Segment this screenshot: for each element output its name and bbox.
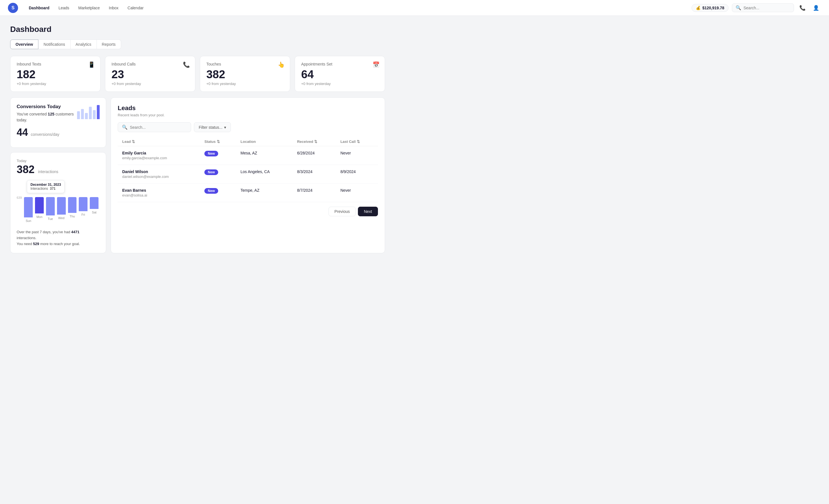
received-cell-daniel: 8/3/2024 bbox=[292, 165, 336, 183]
balance-pill: 💰 $120,919.78 bbox=[691, 4, 728, 12]
balance-icon: 💰 bbox=[696, 6, 700, 10]
leads-search-input[interactable] bbox=[130, 125, 187, 130]
pagination: Previous Next bbox=[118, 207, 378, 216]
nav-link-leads[interactable]: Leads bbox=[55, 4, 73, 12]
main-content: Dashboard Overview Notifications Analyti… bbox=[0, 16, 395, 267]
stat-value-inbound-texts: 182 bbox=[16, 69, 94, 80]
interactions-today-label: Today bbox=[16, 159, 100, 163]
search-bar[interactable]: 🔍 bbox=[732, 3, 794, 12]
conversions-customers-count: 125 bbox=[48, 112, 54, 116]
lastcall-cell-emily: Never bbox=[336, 146, 378, 165]
conversions-per-day: 44 bbox=[16, 127, 28, 138]
location-cell-emily: Mesa, AZ bbox=[236, 146, 292, 165]
leads-panel: Leads Recent leads from your pool. 🔍 Fil… bbox=[111, 98, 385, 253]
wk-label-sat: Sat bbox=[92, 211, 97, 214]
left-panel: Conversions Today You've converted 125 c… bbox=[10, 98, 106, 253]
lead-cell-evan: Evan Barnes evan@solisa.ai bbox=[118, 183, 200, 202]
col-lead: Lead ⇅ bbox=[118, 137, 200, 146]
nav-link-inbox[interactable]: Inbox bbox=[105, 4, 122, 12]
interactions-7day-total: 4471 bbox=[71, 230, 79, 234]
chart-y-labels: 639 bbox=[16, 196, 23, 224]
wk-col-thu: Thu bbox=[68, 197, 77, 225]
stat-label-inbound-texts: Inbound Texts bbox=[16, 62, 94, 66]
leads-header: Leads Recent leads from your pool. bbox=[118, 105, 378, 117]
wk-col-sun: Sun bbox=[24, 197, 33, 225]
wk-bar-sun bbox=[24, 197, 33, 217]
stat-value-appointments: 64 bbox=[301, 69, 379, 80]
phone-icon-button[interactable]: 📞 bbox=[797, 3, 807, 13]
profile-icon-button[interactable]: 👤 bbox=[811, 3, 821, 13]
conversions-title: Conversions Today bbox=[16, 104, 77, 110]
search-input[interactable] bbox=[744, 6, 790, 10]
nav-link-dashboard[interactable]: Dashboard bbox=[25, 4, 53, 12]
mini-bar-chart bbox=[77, 104, 100, 119]
tab-overview[interactable]: Overview bbox=[10, 39, 38, 49]
table-row[interactable]: Daniel Wilson daniel.wilson@example.com … bbox=[118, 165, 378, 183]
leads-table: Lead ⇅ Status ⇅ Location Received ⇅ Last bbox=[118, 137, 378, 202]
mini-bar-5 bbox=[93, 110, 96, 119]
stat-label-inbound-calls: Inbound Calls bbox=[111, 62, 189, 66]
chevron-down-icon: ▾ bbox=[224, 125, 226, 130]
navbar: S Dashboard Leads Marketplace Inbox Cale… bbox=[0, 0, 829, 16]
nav-link-marketplace[interactable]: Marketplace bbox=[74, 4, 104, 12]
lead-name-daniel: Daniel Wilson bbox=[122, 170, 195, 174]
wk-col-mon: Mon bbox=[35, 197, 44, 225]
appointments-icon: 📅 bbox=[372, 61, 380, 68]
table-row[interactable]: Evan Barnes evan@solisa.ai New Tempe, AZ… bbox=[118, 183, 378, 202]
lead-name-evan: Evan Barnes bbox=[122, 188, 195, 192]
tab-reports[interactable]: Reports bbox=[97, 39, 121, 49]
stat-change-inbound-calls: +0 from yesterday bbox=[111, 82, 189, 86]
sort-last-call[interactable]: Last Call ⇅ bbox=[340, 140, 360, 144]
status-cell-evan: New bbox=[200, 183, 236, 202]
sort-lead[interactable]: Lead ⇅ bbox=[122, 140, 135, 144]
wk-bar-tue bbox=[46, 197, 55, 215]
wk-bar-wed bbox=[57, 197, 66, 215]
interactions-goal-remaining: 529 bbox=[33, 242, 39, 246]
conversions-subtitle: You've converted 125 customers today. bbox=[16, 111, 77, 123]
leads-search-bar[interactable]: 🔍 bbox=[118, 122, 191, 132]
bottom-section: Conversions Today You've converted 125 c… bbox=[10, 98, 385, 253]
mini-bar-1 bbox=[77, 111, 80, 119]
received-cell-evan: 8/7/2024 bbox=[292, 183, 336, 202]
lead-cell-daniel: Daniel Wilson daniel.wilson@example.com bbox=[118, 165, 200, 183]
sort-received[interactable]: Received ⇅ bbox=[297, 140, 317, 144]
leads-subtitle: Recent leads from your pool. bbox=[118, 113, 378, 117]
next-button[interactable]: Next bbox=[358, 207, 378, 216]
nav-link-calendar[interactable]: Calendar bbox=[123, 4, 148, 12]
stat-change-touches: +0 from yesterday bbox=[206, 82, 284, 86]
tabs: Overview Notifications Analytics Reports bbox=[10, 39, 385, 49]
mini-bar-4 bbox=[89, 107, 92, 119]
conversions-card: Conversions Today You've converted 125 c… bbox=[10, 98, 106, 148]
wk-col-sat: Sat bbox=[90, 197, 99, 225]
lead-name-emily: Emily Garcia bbox=[122, 151, 195, 155]
interactions-label: interactions bbox=[38, 170, 59, 174]
stat-value-touches: 382 bbox=[206, 69, 284, 80]
sort-status[interactable]: Status ⇅ bbox=[204, 140, 220, 144]
location-cell-evan: Tempe, AZ bbox=[236, 183, 292, 202]
previous-button[interactable]: Previous bbox=[329, 207, 356, 216]
filter-status-button[interactable]: Filter status... ▾ bbox=[194, 122, 231, 132]
stat-label-appointments: Appointments Set bbox=[301, 62, 379, 66]
lead-email-emily: emily.garcia@example.com bbox=[122, 156, 195, 160]
wk-bar-fri bbox=[79, 197, 87, 211]
tooltip-date: December 31, 2023 bbox=[31, 183, 61, 187]
tab-notifications[interactable]: Notifications bbox=[38, 39, 70, 49]
wk-col-fri: Fri bbox=[79, 197, 87, 225]
interactions-footer: Over the past 7 days, you've had 4471 in… bbox=[16, 229, 100, 247]
leads-title: Leads bbox=[118, 105, 378, 112]
chart-row: 639 Sun Mon bbox=[16, 196, 100, 225]
status-badge-daniel: New bbox=[204, 170, 218, 175]
inbound-texts-icon: 📱 bbox=[88, 61, 95, 68]
tab-analytics[interactable]: Analytics bbox=[71, 39, 97, 49]
leads-table-body: Emily Garcia emily.garcia@example.com Ne… bbox=[118, 146, 378, 202]
lastcall-cell-evan: Never bbox=[336, 183, 378, 202]
table-row[interactable]: Emily Garcia emily.garcia@example.com Ne… bbox=[118, 146, 378, 165]
wk-label-sun: Sun bbox=[26, 219, 31, 222]
app-logo[interactable]: S bbox=[8, 3, 18, 13]
lead-email-daniel: daniel.wilson@example.com bbox=[122, 175, 195, 179]
interactions-big-number: 382 bbox=[16, 164, 34, 175]
lastcall-cell-daniel: 8/9/2024 bbox=[336, 165, 378, 183]
stat-card-inbound-calls: 📞 Inbound Calls 23 +0 from yesterday bbox=[105, 56, 195, 92]
wk-label-wed: Wed bbox=[58, 216, 64, 220]
wk-bar-sat bbox=[90, 197, 99, 209]
